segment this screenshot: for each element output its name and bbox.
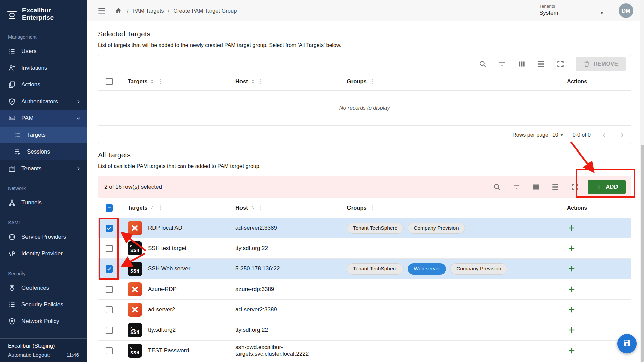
pagination-next-button[interactable]: ›: [618, 130, 626, 139]
table-row[interactable]: >_SSH TEST Password ssh-pwd.excalibur-ta…: [98, 340, 631, 361]
add-row-button[interactable]: [567, 244, 576, 253]
rows-per-page-select[interactable]: 10 ▾: [552, 132, 563, 138]
person-add-icon: [8, 64, 16, 72]
sidebar-item-users[interactable]: Users: [0, 43, 87, 60]
sidebar-item-tunnels[interactable]: Tunnels: [0, 194, 87, 211]
list-icon: [13, 131, 21, 139]
table-row[interactable]: Azure-RDP azure-rdp:3389: [98, 279, 631, 299]
sidebar-item-sessions[interactable]: Sessions: [0, 143, 87, 160]
sidebar-item-geofences[interactable]: Geofences: [0, 280, 87, 296]
column-header-actions: Actions: [567, 78, 587, 85]
save-icon: [623, 339, 631, 349]
add-row-button[interactable]: [567, 346, 576, 355]
save-fab-button[interactable]: [617, 334, 637, 353]
density-icon[interactable]: [551, 183, 560, 191]
breadcrumb-item[interactable]: PAM Targets: [133, 8, 164, 14]
target-host: ad-server2:3389: [235, 306, 347, 313]
row-checkbox[interactable]: [106, 265, 113, 273]
add-row-button[interactable]: [567, 325, 576, 335]
sort-icon[interactable]: [250, 79, 255, 84]
fingerprint-icon: [8, 250, 16, 258]
table-row[interactable]: >_SSH SSH test target tty.sdf.org:22: [98, 238, 631, 258]
brand: Excalibur Enterprise: [0, 0, 87, 25]
selected-targets-table: REMOVE Targets ⋮ Host ⋮: [98, 55, 631, 144]
target-name: RDP local AD: [148, 225, 182, 231]
search-icon[interactable]: [493, 183, 501, 191]
avatar[interactable]: DM: [619, 3, 633, 18]
section-label-security: Security: [0, 262, 87, 280]
section-label-management: Management: [0, 25, 87, 43]
column-header-groups: Groups: [347, 205, 367, 211]
list-icon: [8, 301, 16, 309]
table-row-partial: [98, 361, 631, 362]
row-checkbox[interactable]: [106, 327, 113, 334]
environment-label: Excalibur (Staging): [0, 339, 87, 350]
selected-targets-description: List of targets that will be added to th…: [98, 42, 631, 49]
columns-icon[interactable]: [532, 183, 540, 191]
column-menu-icon[interactable]: ⋮: [157, 78, 163, 85]
sidebar-item-authenticators[interactable]: Authenticators: [0, 93, 87, 110]
add-row-button[interactable]: [567, 223, 576, 233]
table-row[interactable]: >_SSH SSH Web server 5.250.178.136:22 Te…: [98, 258, 631, 279]
target-host: ad-server2:3389: [235, 225, 347, 231]
column-menu-icon[interactable]: ⋮: [369, 204, 375, 212]
sort-icon[interactable]: [150, 205, 155, 210]
sidebar-item-network-policy[interactable]: Network Policy: [0, 313, 87, 330]
all-targets-header-row: Targets ⋮ Host ⋮ Groups ⋮ Actions: [98, 198, 631, 218]
add-button[interactable]: ADD: [588, 180, 626, 194]
empty-state-message: No records to display: [98, 90, 631, 125]
trash-icon: [583, 60, 590, 68]
select-all-checkbox[interactable]: [106, 204, 113, 212]
tenant-select[interactable]: Tenants System ▾: [539, 4, 603, 18]
columns-icon[interactable]: [517, 60, 526, 68]
vertical-scrollbar[interactable]: [640, 0, 644, 362]
sidebar-item-actions[interactable]: Actions: [0, 76, 87, 93]
sort-icon[interactable]: [150, 79, 155, 84]
add-row-button[interactable]: [567, 264, 576, 274]
table-row[interactable]: ad-server2 ad-server2:3389: [98, 299, 631, 320]
row-checkbox[interactable]: [106, 286, 113, 293]
sidebar: Excalibur Enterprise Management Users In…: [0, 0, 87, 362]
sidebar-item-tenants[interactable]: Tenants: [0, 160, 87, 177]
table-row[interactable]: >_SSH tty.sdf.org2 tty.sdf.org:22: [98, 320, 631, 340]
sidebar-item-targets[interactable]: Targets: [0, 127, 87, 143]
search-icon[interactable]: [478, 60, 487, 68]
select-all-checkbox[interactable]: [106, 78, 113, 85]
table-row[interactable]: RDP local AD ad-server2:3389 Tenant Tech…: [98, 218, 631, 238]
column-header-host: Host: [235, 205, 248, 211]
row-checkbox[interactable]: [106, 306, 113, 313]
hamburger-icon: [97, 6, 106, 15]
home-icon[interactable]: [114, 6, 123, 15]
target-name: SSH Web server: [148, 265, 190, 272]
brand-name: Excalibur Enterprise: [22, 7, 81, 21]
add-row-button[interactable]: [567, 305, 576, 314]
fullscreen-icon[interactable]: [571, 183, 579, 191]
density-icon[interactable]: [537, 60, 545, 68]
row-checkbox[interactable]: [106, 347, 113, 354]
sidebar-item-service-providers[interactable]: Service Providers: [0, 229, 87, 245]
add-row-button[interactable]: [567, 285, 576, 294]
column-header-targets: Targets: [128, 78, 147, 85]
excalibur-logo-icon: [6, 8, 18, 20]
filter-icon[interactable]: [512, 183, 521, 191]
sidebar-item-security-policies[interactable]: Security Policies: [0, 296, 87, 313]
sidebar-item-invitations[interactable]: Invitations: [0, 60, 87, 76]
column-menu-icon[interactable]: ⋮: [258, 204, 264, 212]
column-menu-icon[interactable]: ⋮: [157, 204, 163, 212]
filter-icon[interactable]: [498, 60, 506, 68]
fullscreen-icon[interactable]: [556, 60, 565, 68]
column-header-targets: Targets: [128, 205, 147, 211]
all-targets-description: List of available PAM targets that can b…: [98, 163, 631, 170]
row-checkbox[interactable]: [106, 225, 113, 232]
column-menu-icon[interactable]: ⋮: [258, 78, 264, 85]
remove-button[interactable]: REMOVE: [576, 57, 626, 71]
menu-button[interactable]: [97, 6, 107, 16]
all-targets-toolbar: 2 of 16 row(s) selected ADD: [98, 176, 631, 198]
pagination-prev-button[interactable]: ‹: [600, 130, 608, 139]
scrollbar-thumb[interactable]: [641, 145, 644, 362]
sidebar-item-pam[interactable]: PAM: [0, 110, 87, 127]
column-menu-icon[interactable]: ⋮: [369, 78, 375, 85]
row-checkbox[interactable]: [106, 245, 113, 252]
sidebar-item-identity-provider[interactable]: Identity Provider: [0, 245, 87, 262]
sort-icon[interactable]: [250, 205, 255, 210]
